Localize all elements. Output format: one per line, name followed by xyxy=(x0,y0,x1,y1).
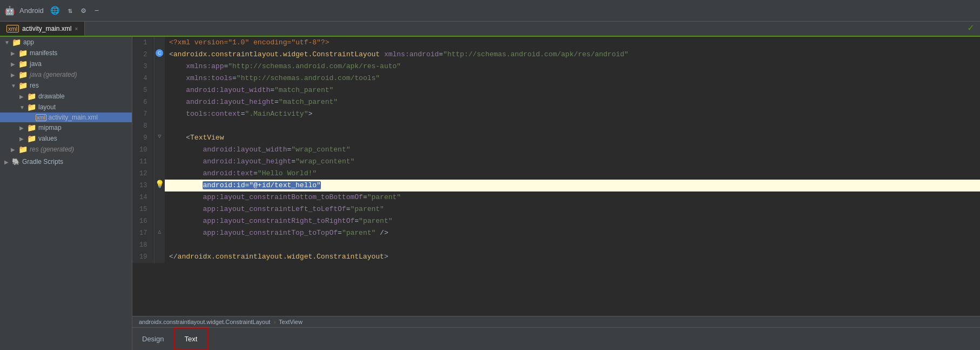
xml-value: "match_parent" xyxy=(274,86,333,94)
tab-activity-main[interactable]: xml activity_main.xml × xyxy=(0,22,85,36)
line-gutter: 💡 xyxy=(154,180,165,191)
line-number: 13 xyxy=(132,180,154,191)
breadcrumb-item-textview[interactable]: TextView xyxy=(279,319,303,325)
xml-value: "http://schemas.android.com/tools" xyxy=(237,74,380,82)
sidebar-item-res[interactable]: ▼ 📁 res xyxy=(0,80,132,91)
line-gutter: C xyxy=(154,49,165,61)
line-gutter: △ xyxy=(154,227,165,239)
fold-arrow-icon[interactable]: ▽ xyxy=(158,134,161,140)
line-code: android:text="Hello World!" xyxy=(165,168,980,180)
line-code: android:layout_width="wrap_content" xyxy=(165,144,980,156)
xml-attr: app:layout_constraintLeft_toLeftOf xyxy=(203,205,346,213)
sidebar-item-values[interactable]: ▶ 📁 values xyxy=(0,133,132,144)
sidebar-item-java-generated[interactable]: ▶ 📁 java (generated) xyxy=(0,69,132,80)
sidebar-item-activity-main[interactable]: xml activity_main.xml xyxy=(0,113,132,122)
table-row: 8 xyxy=(132,120,980,132)
fold-arrow-icon[interactable]: △ xyxy=(158,229,161,235)
xml-attr: app:layout_constraintTop_toTopOf xyxy=(203,229,338,237)
sidebar-item-java[interactable]: ▶ 📁 java xyxy=(0,58,132,69)
sidebar-item-app[interactable]: ▼ 📁 app xyxy=(0,37,132,48)
table-row: 16 app:layout_constraintRight_toRightOf=… xyxy=(132,215,980,227)
bottom-tab-bar: Design Text xyxy=(132,327,980,350)
arrow-right-icon: ▶ xyxy=(11,61,16,67)
line-gutter xyxy=(154,108,165,120)
line-number: 16 xyxy=(132,215,154,227)
arrow-down-icon: ▼ xyxy=(11,83,16,89)
line-number: 6 xyxy=(132,96,154,108)
line-gutter xyxy=(154,96,165,108)
xml-bracket: < xyxy=(169,50,173,58)
folder-icon: 📁 xyxy=(18,49,28,57)
xml-value: "parent" xyxy=(350,205,384,213)
tab-design[interactable]: Design xyxy=(132,328,173,350)
line-code: app:layout_constraintBottom_toBottomOf="… xyxy=(165,191,980,203)
editor-area: 1 <?xml version="1.0" encoding="utf-8"?>… xyxy=(132,37,980,350)
line-code: tools:context=".MainActivity"> xyxy=(165,108,980,120)
arrows-icon[interactable]: ⇅ xyxy=(66,5,75,16)
line-code: xmlns:app="http://schemas.android.com/ap… xyxy=(165,61,980,72)
globe-icon[interactable]: 🌐 xyxy=(48,5,62,16)
xml-attr: android:layout_width xyxy=(203,146,287,154)
top-bar: 🤖 Android 🌐 ⇅ ⚙ − xyxy=(0,0,980,22)
line-number: 15 xyxy=(132,203,154,215)
line-gutter xyxy=(154,168,165,180)
table-row: 10 android:layout_width="wrap_content" xyxy=(132,144,980,156)
arrow-right-icon: ▶ xyxy=(11,147,16,153)
minimize-icon[interactable]: − xyxy=(92,5,101,16)
xml-value: "parent" xyxy=(367,193,401,201)
xml-value: "http://schemas.android.com/apk/res/andr… xyxy=(443,50,628,58)
table-row: 9 ▽ <TextView xyxy=(132,132,980,144)
sidebar-item-layout[interactable]: ▼ 📁 layout xyxy=(0,102,132,113)
line-code: <androidx.constraintlayout.widget.Constr… xyxy=(165,49,980,61)
line-code: <?xml version="1.0" encoding="utf-8"?> xyxy=(165,37,980,49)
sidebar-item-drawable[interactable]: ▶ 📁 drawable xyxy=(0,91,132,102)
line-number: 3 xyxy=(132,61,154,72)
xml-attr: android:layout_height xyxy=(203,157,291,166)
line-gutter xyxy=(154,251,165,263)
sidebar: ▼ 📁 app ▶ 📁 manifests ▶ 📁 java ▶ 📁 java … xyxy=(0,37,132,350)
sidebar-item-label: res (generated) xyxy=(30,146,74,153)
xml-value: "parent" xyxy=(359,217,392,225)
line-code: android:id="@+id/text_hello" xyxy=(165,180,980,191)
sidebar-item-gradle[interactable]: ▶ 🐘 Gradle Scripts xyxy=(0,157,132,167)
tab-close-button[interactable]: × xyxy=(75,26,78,32)
arrow-down-icon: ▼ xyxy=(19,104,25,110)
xml-attr: android:layout_width xyxy=(186,86,270,94)
line-gutter: ▽ xyxy=(154,132,165,144)
xml-value: "match_parent" xyxy=(279,98,338,106)
tab-text[interactable]: Text xyxy=(173,328,208,350)
android-icon: 🤖 xyxy=(4,5,15,16)
line-gutter xyxy=(154,72,165,84)
line-gutter xyxy=(154,61,165,72)
sidebar-item-label: manifests xyxy=(30,49,57,57)
xml-value: "parent" xyxy=(342,229,375,237)
line-number: 1 xyxy=(132,37,154,49)
sidebar-item-label: values xyxy=(38,135,57,142)
table-row: 17 △ app:layout_constraintTop_toTopOf="p… xyxy=(132,227,980,239)
lightbulb-icon[interactable]: 💡 xyxy=(155,180,164,189)
folder-icon: 📁 xyxy=(27,134,36,143)
sidebar-item-manifests[interactable]: ▶ 📁 manifests xyxy=(0,48,132,58)
line-gutter xyxy=(154,144,165,156)
line-code: app:layout_constraintTop_toTopOf="parent… xyxy=(165,227,980,239)
editor-content[interactable]: 1 <?xml version="1.0" encoding="utf-8"?>… xyxy=(132,37,980,316)
line-gutter xyxy=(154,120,165,132)
line-number: 19 xyxy=(132,251,154,263)
line-gutter xyxy=(154,156,165,168)
line-number: 9 xyxy=(132,132,154,144)
sidebar-item-label: layout xyxy=(38,103,56,111)
main-layout: ▼ 📁 app ▶ 📁 manifests ▶ 📁 java ▶ 📁 java … xyxy=(0,37,980,350)
xml-value: ".MainActivity" xyxy=(245,110,308,118)
line-number: 12 xyxy=(132,168,154,180)
arrow-right-icon: ▶ xyxy=(11,50,16,56)
sidebar-item-res-generated[interactable]: ▶ 📁 res (generated) xyxy=(0,144,132,155)
gear-icon[interactable]: ⚙ xyxy=(79,5,88,16)
xml-decl: <?xml version="1.0" encoding="utf-8"?> xyxy=(169,38,329,47)
breadcrumb-separator: › xyxy=(273,319,276,325)
line-code: android:layout_height="match_parent" xyxy=(165,96,980,108)
sidebar-item-label: java (generated) xyxy=(30,71,77,78)
gradle-icon: 🐘 xyxy=(12,158,20,166)
xml-value: "http://schemas.android.com/apk/res-auto… xyxy=(228,62,401,70)
sidebar-item-mipmap[interactable]: ▶ 📁 mipmap xyxy=(0,122,132,133)
breadcrumb-item-constraintlayout[interactable]: androidx.constraintlayout.widget.Constra… xyxy=(139,319,270,325)
